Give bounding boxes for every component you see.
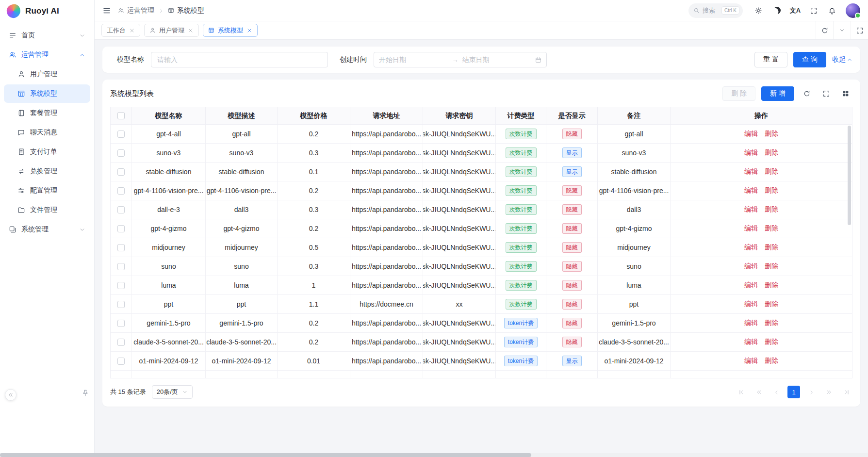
sidebar-item-operations[interactable]: 运营管理	[4, 46, 90, 64]
pin-sidebar-button[interactable]	[82, 389, 89, 397]
page-size-select[interactable]: 20条/页	[152, 385, 193, 399]
delete-link[interactable]: 删除	[765, 319, 778, 327]
pagination-last-button[interactable]	[840, 386, 852, 398]
visibility-tag[interactable]: 隐藏	[562, 223, 582, 234]
delete-link[interactable]: 删除	[765, 205, 778, 214]
delete-selected-button[interactable]: 删 除	[722, 86, 755, 101]
dark-mode-button[interactable]	[769, 3, 785, 18]
delete-link[interactable]: 删除	[765, 130, 778, 138]
hamburger-menu-icon[interactable]	[102, 6, 111, 15]
sidebar-item-payment-orders[interactable]: 支付订单	[4, 143, 90, 161]
model-name-input[interactable]	[151, 52, 328, 67]
visibility-tag[interactable]: 隐藏	[562, 204, 582, 215]
edit-link[interactable]: 编辑	[744, 167, 758, 176]
end-date-input[interactable]	[462, 56, 532, 64]
notifications-button[interactable]	[824, 3, 840, 18]
row-checkbox[interactable]	[117, 206, 125, 213]
row-checkbox[interactable]	[117, 358, 125, 365]
visibility-tag[interactable]: 显示	[562, 147, 582, 158]
row-checkbox[interactable]	[117, 244, 125, 251]
sidebar-item-exchange-management[interactable]: 兑换管理	[4, 162, 90, 180]
delete-link[interactable]: 删除	[765, 243, 778, 252]
row-checkbox[interactable]	[117, 131, 125, 138]
horizontal-scrollbar[interactable]	[0, 453, 868, 457]
edit-link[interactable]: 编辑	[744, 224, 758, 233]
query-button[interactable]: 查 询	[793, 52, 826, 67]
sidebar-item-file-management[interactable]: 文件管理	[4, 201, 90, 219]
close-icon[interactable]	[129, 28, 135, 33]
table-scrollbar[interactable]	[848, 126, 851, 377]
visibility-tag[interactable]: 显示	[562, 356, 582, 366]
column-settings-button[interactable]	[839, 87, 852, 100]
delete-link[interactable]: 删除	[765, 224, 778, 233]
select-all-checkbox[interactable]	[117, 112, 125, 119]
fullscreen-button[interactable]	[806, 3, 821, 18]
pagination-fast-next-button[interactable]	[822, 386, 835, 398]
settings-button[interactable]	[751, 3, 766, 18]
visibility-tag[interactable]: 显示	[562, 166, 582, 177]
row-checkbox[interactable]	[117, 301, 125, 308]
refresh-tab-button[interactable]	[816, 21, 833, 39]
row-checkbox[interactable]	[117, 187, 125, 195]
visibility-tag[interactable]: 隐藏	[562, 185, 582, 196]
edit-link[interactable]: 编辑	[744, 186, 758, 195]
sidebar-item-system-models[interactable]: 系统模型	[4, 84, 90, 103]
sidebar-item-chat-messages[interactable]: 聊天消息	[4, 123, 90, 142]
tab-workbench[interactable]: 工作台	[101, 24, 140, 37]
content-fullscreen-button[interactable]	[851, 21, 868, 39]
row-checkbox[interactable]	[117, 339, 125, 346]
edit-link[interactable]: 编辑	[744, 205, 758, 214]
pagination-fast-prev-button[interactable]	[753, 386, 765, 398]
delete-link[interactable]: 删除	[765, 167, 778, 176]
visibility-tag[interactable]: 隐藏	[562, 299, 582, 310]
pagination-page-1[interactable]: 1	[787, 386, 800, 398]
visibility-tag[interactable]: 隐藏	[562, 129, 582, 139]
start-date-input[interactable]	[379, 56, 448, 64]
close-icon[interactable]	[246, 28, 252, 33]
edit-link[interactable]: 编辑	[744, 262, 758, 271]
add-button[interactable]: 新 增	[761, 86, 794, 101]
edit-link[interactable]: 编辑	[744, 300, 758, 309]
edit-link[interactable]: 编辑	[744, 243, 758, 252]
visibility-tag[interactable]: 隐藏	[562, 242, 582, 253]
language-button[interactable]: 文A	[787, 3, 803, 18]
pagination-next-button[interactable]	[805, 386, 818, 398]
sidebar-item-config-management[interactable]: 配置管理	[4, 181, 90, 200]
row-checkbox[interactable]	[117, 149, 125, 157]
sidebar-collapse-button[interactable]	[5, 389, 16, 401]
row-checkbox[interactable]	[117, 263, 125, 270]
visibility-tag[interactable]: 隐藏	[562, 337, 582, 347]
delete-link[interactable]: 删除	[765, 357, 778, 365]
row-checkbox[interactable]	[117, 225, 125, 232]
user-avatar[interactable]	[846, 3, 860, 18]
tab-menu-button[interactable]	[833, 21, 851, 39]
edit-link[interactable]: 编辑	[744, 130, 758, 138]
delete-link[interactable]: 删除	[765, 148, 778, 157]
breadcrumb-operations[interactable]: 运营管理	[118, 6, 154, 15]
logo[interactable]: Ruoyi AI	[0, 0, 94, 22]
sidebar-item-system-management[interactable]: 系统管理	[4, 220, 90, 239]
scrollbar-thumb[interactable]	[0, 453, 531, 457]
edit-link[interactable]: 编辑	[744, 357, 758, 365]
sidebar-item-package-management[interactable]: 套餐管理	[4, 104, 90, 122]
scrollbar-thumb[interactable]	[848, 126, 851, 225]
edit-link[interactable]: 编辑	[744, 338, 758, 346]
close-icon[interactable]	[188, 28, 194, 33]
refresh-table-button[interactable]	[800, 87, 814, 100]
date-range-picker[interactable]: →	[374, 52, 547, 67]
global-search-button[interactable]: 搜索 Ctrl K	[688, 3, 743, 18]
pagination-first-button[interactable]	[735, 386, 748, 398]
delete-link[interactable]: 删除	[765, 262, 778, 271]
sidebar-item-user-management[interactable]: 用户管理	[4, 65, 90, 83]
visibility-tag[interactable]: 隐藏	[562, 280, 582, 291]
delete-link[interactable]: 删除	[765, 281, 778, 290]
edit-link[interactable]: 编辑	[744, 148, 758, 157]
edit-link[interactable]: 编辑	[744, 319, 758, 327]
row-checkbox[interactable]	[117, 168, 125, 176]
edit-link[interactable]: 编辑	[744, 281, 758, 290]
tab-user-management[interactable]: 用户管理	[144, 24, 199, 37]
visibility-tag[interactable]: 隐藏	[562, 261, 582, 272]
sidebar-item-home[interactable]: 首页	[4, 26, 90, 45]
delete-link[interactable]: 删除	[765, 338, 778, 346]
reset-button[interactable]: 重 置	[754, 52, 787, 67]
